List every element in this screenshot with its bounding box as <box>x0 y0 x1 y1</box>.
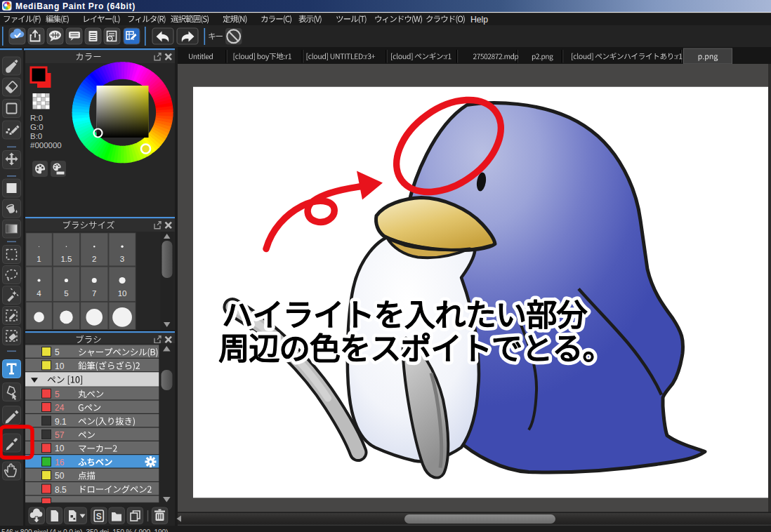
svg-text:10: 10 <box>55 444 65 453</box>
svg-text:#000000: #000000 <box>30 141 62 149</box>
svg-text:7: 7 <box>92 289 96 298</box>
svg-text:B:0: B:0 <box>30 132 42 140</box>
svg-text:5: 5 <box>55 347 60 357</box>
svg-text:3: 3 <box>120 255 124 263</box>
svg-text:G:0: G:0 <box>30 123 44 131</box>
svg-text:MediBang Paint Pro (64bit): MediBang Paint Pro (64bit) <box>15 1 136 11</box>
svg-text:546 x 800 pixel (4 x 0.0 in),: 546 x 800 pixel (4 x 0.0 in), 350 dpi, 1… <box>1 528 168 532</box>
svg-text:R:0: R:0 <box>30 114 43 122</box>
svg-text:4: 4 <box>37 289 41 298</box>
svg-text:8.5: 8.5 <box>55 485 67 495</box>
svg-text:50: 50 <box>55 471 65 481</box>
svg-text:16: 16 <box>55 458 65 467</box>
svg-text:5: 5 <box>64 289 68 298</box>
svg-text:1.5: 1.5 <box>60 255 72 263</box>
svg-text:Help: Help <box>470 15 488 25</box>
svg-text:10: 10 <box>118 289 127 298</box>
svg-text:S: S <box>96 512 102 521</box>
svg-text:9.1: 9.1 <box>55 417 67 427</box>
svg-text:24: 24 <box>55 403 65 413</box>
svg-text:1: 1 <box>37 255 41 263</box>
svg-text:57: 57 <box>55 430 65 440</box>
svg-text:5: 5 <box>55 390 60 399</box>
svg-text:2: 2 <box>92 255 96 263</box>
svg-text:10: 10 <box>55 361 65 371</box>
